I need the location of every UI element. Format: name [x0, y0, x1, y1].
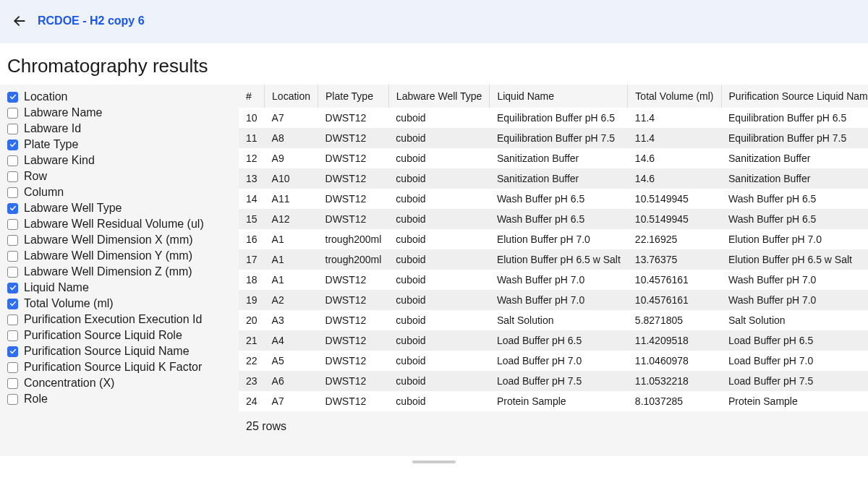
table-row[interactable]: 13A10DWST12cuboidSanitization Buffer14.6…	[239, 168, 868, 189]
table-cell: 22.16925	[628, 229, 721, 249]
table-row[interactable]: 21A4DWST12cuboidLoad Buffer pH 6.511.420…	[239, 330, 868, 351]
field-label: Total Volume (ml)	[24, 297, 114, 310]
table-cell: cuboid	[388, 148, 490, 168]
checkbox-icon[interactable]	[7, 346, 18, 357]
table-row[interactable]: 17A1trough200mlcuboidElution Buffer pH 6…	[239, 249, 868, 270]
table-cell: 10.5149945	[628, 209, 721, 229]
checkbox-icon[interactable]	[7, 155, 18, 166]
field-label: Labware Well Dimension Y (mm)	[24, 249, 192, 262]
table-cell: 10.4576161	[628, 270, 721, 290]
field-toggle[interactable]: Labware Well Dimension X (mm)	[7, 232, 231, 248]
table-row[interactable]: 16A1trough200mlcuboidElution Buffer pH 7…	[239, 229, 868, 249]
checkbox-icon[interactable]	[7, 219, 18, 230]
field-toggle[interactable]: Total Volume (ml)	[7, 296, 231, 312]
table-row[interactable]: 15A12DWST12cuboidWash Buffer pH 6.510.51…	[239, 209, 868, 229]
table-cell: cuboid	[388, 270, 490, 290]
field-label: Concentration (X)	[24, 377, 114, 390]
field-toggle[interactable]: Liquid Name	[7, 280, 231, 296]
field-toggle[interactable]: Purification Source Liquid K Factor	[7, 359, 231, 375]
field-toggle[interactable]: Labware Well Dimension Z (mm)	[7, 264, 231, 280]
table-row[interactable]: 20A3DWST12cuboidSalt Solution5.8271805Sa…	[239, 310, 868, 330]
field-toggle[interactable]: Labware Well Residual Volume (ul)	[7, 216, 231, 232]
checkbox-icon[interactable]	[7, 378, 18, 389]
table-cell: 10	[239, 108, 265, 128]
field-label: Labware Id	[24, 122, 81, 135]
checkbox-icon[interactable]	[7, 251, 18, 262]
field-toggle[interactable]: Row	[7, 168, 231, 184]
field-label: Liquid Name	[24, 281, 89, 294]
checkbox-icon[interactable]	[7, 171, 18, 182]
field-toggle[interactable]: Labware Name	[7, 105, 231, 121]
table-cell: A1	[265, 270, 318, 290]
checkbox-icon[interactable]	[7, 330, 18, 341]
checkbox-icon[interactable]	[7, 267, 18, 278]
checkbox-icon[interactable]	[7, 299, 18, 309]
field-toggle[interactable]: Purification Execution Execution Id	[7, 312, 231, 327]
field-toggle[interactable]: Labware Kind	[7, 153, 231, 168]
table-row[interactable]: 12A9DWST12cuboidSanitization Buffer14.6S…	[239, 148, 868, 168]
table-row[interactable]: 24A7DWST12cuboidProtein Sample8.1037285P…	[239, 391, 868, 411]
table-cell: trough200ml	[318, 249, 389, 270]
field-toggle[interactable]: Role	[7, 391, 231, 407]
field-toggle[interactable]: Concentration (X)	[7, 375, 231, 391]
field-toggle[interactable]: Labware Well Dimension Y (mm)	[7, 248, 231, 264]
table-cell: Equilibration Buffer pH 7.5	[721, 128, 868, 148]
checkbox-icon[interactable]	[7, 235, 18, 246]
field-toggle[interactable]: Labware Well Type	[7, 200, 231, 216]
table-row[interactable]: 10A7DWST12cuboidEquilibration Buffer pH …	[239, 108, 868, 128]
field-toggle[interactable]: Plate Type	[7, 137, 231, 153]
checkbox-icon[interactable]	[7, 394, 18, 405]
table-header-row: #LocationPlate TypeLabware Well TypeLiqu…	[239, 85, 868, 108]
checkbox-icon[interactable]	[7, 314, 18, 325]
header: RCDOE - H2 copy 6	[0, 0, 868, 43]
field-toggle[interactable]: Column	[7, 184, 231, 200]
field-toggle[interactable]: Purification Source Liquid Name	[7, 343, 231, 359]
table-cell: DWST12	[318, 168, 389, 189]
table-cell: cuboid	[388, 391, 490, 411]
table-row[interactable]: 19A2DWST12cuboidWash Buffer pH 7.010.457…	[239, 290, 868, 310]
checkbox-icon[interactable]	[7, 92, 18, 103]
table-cell: cuboid	[388, 371, 490, 391]
table-cell: Elution Buffer pH 6.5 w Salt	[490, 249, 628, 270]
checkbox-icon[interactable]	[7, 283, 18, 293]
back-arrow-icon[interactable]	[12, 13, 27, 29]
field-toggle[interactable]: Purification Source Liquid Role	[7, 327, 231, 343]
field-toggle[interactable]: Labware Id	[7, 121, 231, 137]
column-header[interactable]: Liquid Name	[490, 85, 628, 108]
checkbox-icon[interactable]	[7, 108, 18, 119]
checkbox-icon[interactable]	[7, 362, 18, 373]
table-cell: 11.4	[628, 108, 721, 128]
table-cell: 21	[239, 330, 265, 351]
column-header[interactable]: Purification Source Liquid Name	[721, 85, 868, 108]
table-cell: 22	[239, 351, 265, 371]
table-cell: DWST12	[318, 371, 389, 391]
column-header[interactable]: #	[239, 85, 265, 108]
checkbox-icon[interactable]	[7, 203, 18, 214]
table-cell: Sanitization Buffer	[490, 168, 628, 189]
column-header[interactable]: Labware Well Type	[388, 85, 490, 108]
table-row[interactable]: 23A6DWST12cuboidLoad Buffer pH 7.511.053…	[239, 371, 868, 391]
table-cell: A11	[265, 189, 318, 209]
table-row[interactable]: 18A1DWST12cuboidWash Buffer pH 7.010.457…	[239, 270, 868, 290]
page-breadcrumb-title[interactable]: RCDOE - H2 copy 6	[38, 14, 145, 27]
table-cell: Equilibration Buffer pH 6.5	[490, 108, 628, 128]
column-header[interactable]: Plate Type	[318, 85, 389, 108]
checkbox-icon[interactable]	[7, 187, 18, 198]
column-header[interactable]: Total Volume (ml)	[628, 85, 721, 108]
table-cell: A6	[265, 371, 318, 391]
table-cell: A2	[265, 290, 318, 310]
field-toggle[interactable]: Location	[7, 89, 231, 105]
table-row[interactable]: 11A8DWST12cuboidEquilibration Buffer pH …	[239, 128, 868, 148]
field-label: Labware Well Dimension X (mm)	[24, 233, 193, 247]
table-cell: 19	[239, 290, 265, 310]
table-body: 10A7DWST12cuboidEquilibration Buffer pH …	[239, 108, 868, 411]
field-label: Role	[24, 393, 48, 406]
table-row[interactable]: 22A5DWST12cuboidLoad Buffer pH 7.011.046…	[239, 351, 868, 371]
field-label: Plate Type	[24, 138, 78, 151]
field-label: Purification Source Liquid Role	[24, 329, 182, 342]
table-row[interactable]: 14A11DWST12cuboidWash Buffer pH 6.510.51…	[239, 189, 868, 209]
checkbox-icon[interactable]	[7, 140, 18, 150]
column-header[interactable]: Location	[265, 85, 318, 108]
checkbox-icon[interactable]	[7, 124, 18, 134]
resize-handle[interactable]	[412, 460, 456, 463]
